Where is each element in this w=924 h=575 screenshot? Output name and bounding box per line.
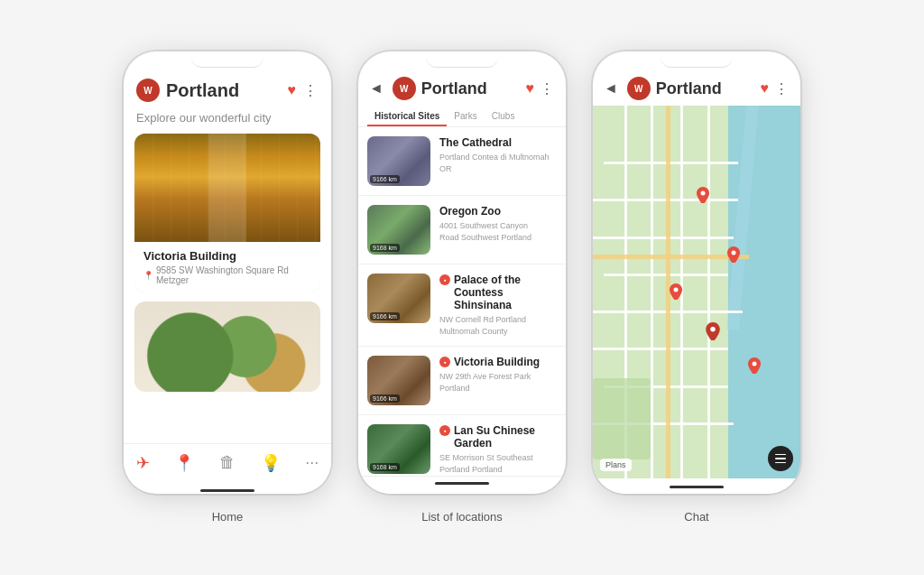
map-bottom-bar: [593, 478, 800, 494]
home-bottom-nav: ✈ 📍 🗑 💡 ···: [124, 443, 331, 486]
loc-info-zoo: Oregon Zoo 4001 Southwest Canyon Road So…: [439, 205, 557, 243]
map-plans-label: Plans: [600, 459, 632, 471]
loc-thumb-lansu: 9168 km: [367, 424, 430, 474]
home-label: Home: [212, 510, 244, 524]
back-icon-list[interactable]: ◄: [369, 80, 383, 97]
back-icon-map[interactable]: ◄: [604, 80, 618, 97]
map-marker-4[interactable]: [706, 322, 720, 344]
heart-icon-map[interactable]: ♥: [761, 80, 770, 97]
loc-addr-cathedral: Portland Contea di Multnomah OR: [439, 152, 557, 174]
phones-container: W Portland ♥ ⋮ Explore our wonderful cit…: [124, 51, 800, 524]
home-header-icons: ♥ ⋮: [288, 82, 319, 99]
svg-point-3: [711, 327, 716, 332]
svg-point-2: [674, 287, 679, 292]
nav-bulb-icon[interactable]: 💡: [261, 453, 281, 473]
app-logo-list: W: [393, 77, 416, 100]
map-label: Chat: [684, 510, 708, 524]
badge-victoria: [439, 357, 450, 367]
map-phone: ◄ W Portland ♥ ⋮: [593, 51, 800, 494]
list-bottom-bar: [358, 476, 566, 494]
loc-thumb-palace: 9166 km: [367, 274, 430, 323]
nav-plane-icon[interactable]: ✈: [136, 453, 150, 473]
more-icon-map[interactable]: ⋮: [774, 80, 790, 97]
map-marker-2[interactable]: [727, 246, 740, 266]
loc-addr-palace: NW Cornell Rd Portland Multnomah County: [439, 314, 557, 337]
tab-historical[interactable]: Historical Sites: [367, 106, 447, 126]
loc-thumb-zoo: 9168 km: [367, 205, 430, 255]
home-card-info-1: Victoria Building 📍 9585 SW Washington S…: [134, 242, 320, 292]
loc-thumb-victoria: 9166 km: [367, 356, 430, 405]
loc-name-palace: Palace of the Countess Shinsinana: [439, 274, 557, 311]
svg-point-1: [732, 250, 736, 255]
location-item-zoo[interactable]: 9168 km Oregon Zoo 4001 Southwest Canyon…: [358, 196, 566, 264]
map-body[interactable]: Plans: [593, 106, 800, 478]
home-logo-area: W Portland: [136, 79, 239, 102]
list-city-title: Portland: [421, 79, 521, 98]
badge-palace: [439, 274, 450, 285]
heart-icon-home[interactable]: ♥: [288, 82, 297, 98]
mall-bg-decoration: [134, 134, 320, 242]
menu-line-2: [775, 458, 786, 459]
list-tabs: Historical Sites Parks Clubs: [358, 106, 566, 127]
map-background: Plans: [593, 106, 800, 478]
location-item-palace[interactable]: 9166 km Palace of the Countess Shinsinan…: [358, 264, 566, 347]
loc-dist-zoo: 9168 km: [370, 244, 400, 252]
loc-dist-palace: 9166 km: [370, 312, 400, 320]
phone-notch-map: [661, 51, 733, 68]
svg-point-4: [753, 362, 757, 366]
map-marker-3[interactable]: [670, 283, 682, 303]
home-subtitle: Explore our wonderful city: [124, 107, 331, 134]
pin-icon-1: 📍: [143, 271, 153, 280]
tab-clubs[interactable]: Clubs: [485, 106, 522, 126]
map-city-title: Portland: [656, 79, 755, 98]
list-label: List of locations: [421, 510, 503, 524]
list-header: ◄ W Portland ♥ ⋮: [358, 68, 566, 106]
tab-parks[interactable]: Parks: [447, 106, 485, 126]
loc-dist-cathedral: 9166 km: [370, 175, 400, 183]
map-marker-5[interactable]: [748, 357, 761, 377]
list-screen: ◄ W Portland ♥ ⋮ Historical Sites Parks …: [358, 68, 566, 494]
loc-info-lansu: Lan Su Chinese Garden SE Morrison St Sou…: [439, 424, 557, 475]
loc-name-lansu: Lan Su Chinese Garden: [439, 424, 557, 450]
home-card-2[interactable]: [134, 301, 320, 392]
loc-addr-lansu: SE Morrison St Southeast Portland Portla…: [439, 452, 557, 475]
map-screen: ◄ W Portland ♥ ⋮: [593, 68, 800, 494]
home-card-img-food: [134, 301, 320, 392]
more-icon-list[interactable]: ⋮: [540, 80, 555, 97]
loc-name-cathedral: The Cathedral: [439, 136, 557, 149]
menu-line-1: [775, 454, 786, 456]
location-item-lansu[interactable]: 9168 km Lan Su Chinese Garden SE Morriso…: [358, 415, 566, 476]
map-marker-1[interactable]: [697, 187, 709, 207]
loc-info-palace: Palace of the Countess Shinsinana NW Cor…: [439, 274, 557, 337]
map-phone-wrapper: ◄ W Portland ♥ ⋮: [593, 51, 800, 524]
nav-trash-icon[interactable]: 🗑: [219, 453, 236, 473]
app-logo-home: W: [136, 79, 160, 102]
food-bg-decoration: [134, 301, 320, 392]
list-phone: ◄ W Portland ♥ ⋮ Historical Sites Parks …: [358, 51, 566, 494]
heart-icon-list[interactable]: ♥: [526, 80, 535, 97]
menu-line-3: [775, 462, 786, 464]
phone-notch-list: [426, 51, 498, 68]
loc-info-victoria: Victoria Building NW 29th Ave Forest Par…: [439, 356, 557, 394]
badge-lansu: [439, 425, 450, 436]
list-phone-wrapper: ◄ W Portland ♥ ⋮ Historical Sites Parks …: [358, 51, 566, 524]
home-header: W Portland ♥ ⋮: [124, 68, 331, 107]
location-item-victoria[interactable]: 9166 km Victoria Building NW 29th Ave Fo…: [358, 347, 566, 415]
home-screen: W Portland ♥ ⋮ Explore our wonderful cit…: [124, 68, 331, 494]
more-icon-home[interactable]: ⋮: [303, 82, 319, 99]
nav-more-icon[interactable]: ···: [305, 453, 319, 473]
home-card-1[interactable]: Victoria Building 📍 9585 SW Washington S…: [134, 134, 320, 292]
loc-name-victoria: Victoria Building: [439, 356, 557, 368]
loc-addr-zoo: 4001 Southwest Canyon Road Southwest Por…: [439, 220, 557, 243]
location-list: 9166 km The Cathedral Portland Contea di…: [358, 127, 566, 476]
loc-thumb-cathedral: 9166 km: [367, 136, 430, 186]
loc-info-cathedral: The Cathedral Portland Contea di Multnom…: [439, 136, 557, 174]
nav-pin-icon[interactable]: 📍: [174, 453, 194, 473]
map-menu-button[interactable]: [768, 446, 793, 471]
app-logo-map: W: [627, 77, 651, 100]
location-item-cathedral[interactable]: 9166 km The Cathedral Portland Contea di…: [358, 127, 566, 196]
map-header: ◄ W Portland ♥ ⋮: [593, 68, 800, 106]
map-indicator-bar: [670, 486, 724, 488]
loc-dist-lansu: 9168 km: [370, 463, 400, 471]
home-card-img-mall: [134, 134, 320, 242]
